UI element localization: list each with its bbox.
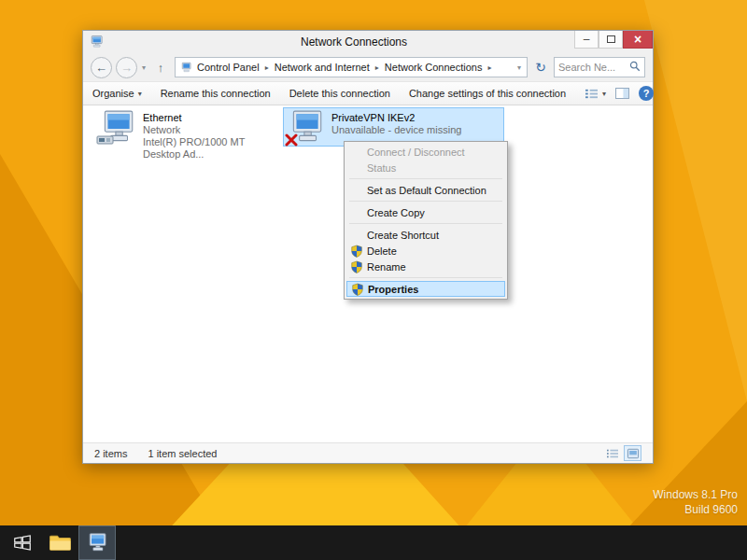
up-button[interactable]: ↑ [150, 58, 171, 77]
search-icon[interactable] [629, 61, 641, 74]
menu-separator [349, 201, 502, 202]
breadcrumb-control-panel[interactable]: Control Panel [195, 62, 261, 73]
unavailable-x-icon [285, 133, 298, 148]
preview-pane-button[interactable] [615, 88, 629, 99]
connection-text: PrivateVPN IKEv2 Unavailable - device mi… [331, 109, 461, 136]
help-icon: ? [643, 88, 650, 99]
menu-item-rename[interactable]: Rename [346, 259, 505, 274]
large-icons-view-icon [627, 448, 640, 459]
history-dropdown-button[interactable]: ▾ [141, 63, 147, 72]
forward-button[interactable]: → [116, 57, 137, 78]
maximize-button[interactable] [599, 31, 623, 49]
menu-separator [349, 223, 502, 224]
breadcrumb-location-icon [179, 62, 193, 74]
file-explorer-button[interactable] [41, 525, 78, 560]
network-adapter-icon [96, 133, 115, 148]
command-bar-right: ▾ ? [585, 86, 654, 101]
folder-icon [49, 533, 72, 553]
view-list-icon [585, 88, 599, 100]
refresh-button[interactable]: ↻ [531, 58, 550, 77]
menu-item-delete[interactable]: Delete [346, 243, 505, 259]
context-menu: Connect / Disconnect Status Set as Defau… [344, 141, 508, 300]
menu-item-properties[interactable]: Properties [346, 281, 505, 297]
start-button[interactable] [4, 525, 41, 560]
breadcrumb-network-connections[interactable]: Network Connections [383, 62, 485, 73]
menu-item-create-copy[interactable]: Create Copy [346, 204, 505, 220]
delete-connection-button[interactable]: Delete this connection [289, 88, 390, 99]
minimize-icon: – [584, 33, 590, 46]
connection-name: PrivateVPN IKEv2 [331, 112, 461, 124]
address-dropdown-icon[interactable]: ▾ [517, 63, 523, 72]
large-icons-view-button[interactable] [624, 445, 641, 461]
selected-count: 1 item selected [148, 448, 217, 459]
maximize-icon [607, 35, 615, 43]
close-button[interactable]: × [623, 31, 653, 49]
help-button[interactable]: ? [639, 86, 654, 101]
watermark-build: Build 9600 [653, 502, 738, 517]
windows-logo-icon [12, 534, 33, 552]
explorer-window: Network Connections – × ← → ▾ [82, 30, 654, 464]
chevron-down-icon: ▾ [602, 90, 606, 98]
vpn-connection-icon [287, 109, 326, 148]
organise-label: Organise [92, 88, 134, 99]
command-bar: Organise ▾ Rename this connection Delete… [83, 81, 653, 105]
watermark-edition: Windows 8.1 Pro [653, 487, 738, 502]
connection-status: Unavailable - device missing [331, 124, 461, 136]
connections-list[interactable]: Ethernet Network Intel(R) PRO/1000 MT De… [83, 105, 653, 442]
uac-shield-icon [347, 283, 368, 296]
menu-item-status: Status [346, 160, 505, 175]
status-bar-view-toggles [603, 445, 641, 461]
desktop: Windows 8.1 Pro Build 9600 Network Conne… [0, 0, 747, 560]
caption-buttons: – × [574, 31, 653, 49]
connection-status: Network [143, 124, 280, 136]
organise-menu-button[interactable]: Organise ▾ [92, 88, 142, 99]
preview-pane-icon [615, 88, 629, 99]
items-count: 2 items [94, 448, 127, 459]
breadcrumb-network-and-internet[interactable]: Network and Internet [273, 62, 372, 73]
menu-item-connect-disconnect: Connect / Disconnect [346, 144, 505, 160]
connection-text: Ethernet Network Intel(R) PRO/1000 MT De… [143, 109, 280, 161]
breadcrumb[interactable]: Control Panel ▸ Network and Internet ▸ N… [175, 57, 528, 77]
rename-connection-button[interactable]: Rename this connection [161, 88, 271, 99]
breadcrumb-separator-icon[interactable]: ▸ [263, 63, 271, 72]
back-button[interactable]: ← [91, 57, 112, 78]
menu-separator [349, 178, 502, 179]
search-input[interactable] [558, 62, 627, 73]
menu-separator [349, 277, 502, 278]
network-connections-icon [86, 532, 108, 554]
details-view-icon [606, 448, 619, 459]
change-view-button[interactable]: ▾ [585, 88, 606, 100]
refresh-icon: ↻ [535, 60, 546, 75]
breadcrumb-separator-icon[interactable]: ▸ [486, 63, 493, 72]
close-icon: × [634, 32, 641, 47]
chevron-down-icon: ▾ [142, 63, 146, 72]
ethernet-connection-icon [98, 109, 137, 148]
breadcrumb-separator-icon[interactable]: ▸ [374, 63, 381, 72]
connection-name: Ethernet [143, 112, 280, 124]
back-icon: ← [95, 61, 107, 75]
address-bar: ← → ▾ ↑ Control Panel ▸ [83, 53, 653, 81]
change-settings-button[interactable]: Change settings of this connection [409, 88, 566, 99]
titlebar[interactable]: Network Connections – × [83, 31, 653, 53]
windows-watermark: Windows 8.1 Pro Build 9600 [653, 487, 738, 517]
uac-shield-icon [346, 245, 367, 258]
connection-device: Intel(R) PRO/1000 MT Desktop Ad... [143, 136, 280, 161]
chevron-down-icon: ▾ [138, 90, 142, 98]
network-connections-icon [89, 35, 106, 49]
taskbar [0, 525, 747, 560]
network-connections-taskbar-button[interactable] [78, 525, 116, 560]
status-bar: 2 items 1 item selected [83, 442, 653, 463]
uac-shield-icon [346, 260, 367, 273]
forward-icon: → [120, 61, 133, 75]
menu-item-create-shortcut[interactable]: Create Shortcut [346, 227, 505, 243]
search-box[interactable] [554, 57, 645, 77]
details-view-button[interactable] [603, 445, 621, 461]
minimize-button[interactable]: – [574, 31, 599, 49]
window-title: Network Connections [139, 35, 569, 49]
up-icon: ↑ [158, 61, 164, 75]
menu-item-set-default[interactable]: Set as Default Connection [346, 182, 505, 198]
connection-item-ethernet[interactable]: Ethernet Network Intel(R) PRO/1000 MT De… [98, 109, 280, 161]
